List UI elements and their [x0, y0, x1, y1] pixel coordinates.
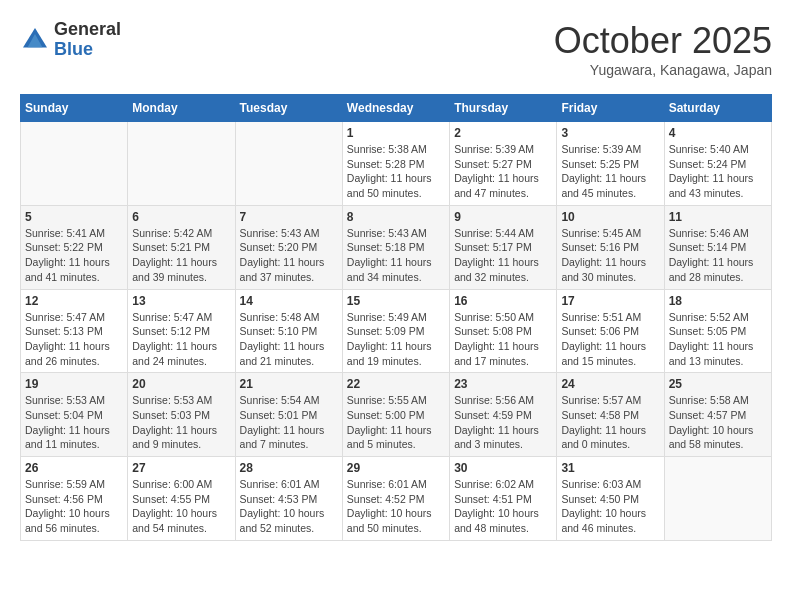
- day-number: 8: [347, 210, 445, 224]
- day-info: Sunrise: 5:45 AM Sunset: 5:16 PM Dayligh…: [561, 226, 659, 285]
- day-info: Sunrise: 5:40 AM Sunset: 5:24 PM Dayligh…: [669, 142, 767, 201]
- calendar-cell: 29Sunrise: 6:01 AM Sunset: 4:52 PM Dayli…: [342, 457, 449, 541]
- calendar-cell: 8Sunrise: 5:43 AM Sunset: 5:18 PM Daylig…: [342, 205, 449, 289]
- subtitle: Yugawara, Kanagawa, Japan: [554, 62, 772, 78]
- header: General Blue October 2025 Yugawara, Kana…: [20, 20, 772, 78]
- calendar: SundayMondayTuesdayWednesdayThursdayFrid…: [20, 94, 772, 541]
- day-info: Sunrise: 5:44 AM Sunset: 5:17 PM Dayligh…: [454, 226, 552, 285]
- calendar-cell: 2Sunrise: 5:39 AM Sunset: 5:27 PM Daylig…: [450, 122, 557, 206]
- day-number: 15: [347, 294, 445, 308]
- day-info: Sunrise: 5:39 AM Sunset: 5:25 PM Dayligh…: [561, 142, 659, 201]
- calendar-week-row: 12Sunrise: 5:47 AM Sunset: 5:13 PM Dayli…: [21, 289, 772, 373]
- calendar-week-row: 26Sunrise: 5:59 AM Sunset: 4:56 PM Dayli…: [21, 457, 772, 541]
- calendar-cell: [128, 122, 235, 206]
- calendar-cell: 12Sunrise: 5:47 AM Sunset: 5:13 PM Dayli…: [21, 289, 128, 373]
- weekday-header: Monday: [128, 95, 235, 122]
- day-number: 27: [132, 461, 230, 475]
- day-number: 12: [25, 294, 123, 308]
- day-number: 20: [132, 377, 230, 391]
- day-number: 22: [347, 377, 445, 391]
- logo: General Blue: [20, 20, 121, 60]
- day-number: 10: [561, 210, 659, 224]
- day-number: 17: [561, 294, 659, 308]
- day-number: 1: [347, 126, 445, 140]
- day-number: 9: [454, 210, 552, 224]
- day-info: Sunrise: 5:43 AM Sunset: 5:18 PM Dayligh…: [347, 226, 445, 285]
- day-number: 11: [669, 210, 767, 224]
- day-info: Sunrise: 5:54 AM Sunset: 5:01 PM Dayligh…: [240, 393, 338, 452]
- day-number: 31: [561, 461, 659, 475]
- day-number: 4: [669, 126, 767, 140]
- calendar-cell: 19Sunrise: 5:53 AM Sunset: 5:04 PM Dayli…: [21, 373, 128, 457]
- day-info: Sunrise: 5:59 AM Sunset: 4:56 PM Dayligh…: [25, 477, 123, 536]
- day-number: 30: [454, 461, 552, 475]
- day-info: Sunrise: 6:01 AM Sunset: 4:53 PM Dayligh…: [240, 477, 338, 536]
- calendar-cell: 11Sunrise: 5:46 AM Sunset: 5:14 PM Dayli…: [664, 205, 771, 289]
- calendar-cell: 26Sunrise: 5:59 AM Sunset: 4:56 PM Dayli…: [21, 457, 128, 541]
- calendar-cell: [664, 457, 771, 541]
- page: General Blue October 2025 Yugawara, Kana…: [0, 0, 792, 561]
- day-info: Sunrise: 6:01 AM Sunset: 4:52 PM Dayligh…: [347, 477, 445, 536]
- calendar-week-row: 1Sunrise: 5:38 AM Sunset: 5:28 PM Daylig…: [21, 122, 772, 206]
- calendar-cell: 9Sunrise: 5:44 AM Sunset: 5:17 PM Daylig…: [450, 205, 557, 289]
- day-info: Sunrise: 5:43 AM Sunset: 5:20 PM Dayligh…: [240, 226, 338, 285]
- weekday-header-row: SundayMondayTuesdayWednesdayThursdayFrid…: [21, 95, 772, 122]
- day-info: Sunrise: 5:50 AM Sunset: 5:08 PM Dayligh…: [454, 310, 552, 369]
- calendar-cell: 23Sunrise: 5:56 AM Sunset: 4:59 PM Dayli…: [450, 373, 557, 457]
- calendar-cell: [21, 122, 128, 206]
- calendar-cell: [235, 122, 342, 206]
- day-info: Sunrise: 5:49 AM Sunset: 5:09 PM Dayligh…: [347, 310, 445, 369]
- calendar-cell: 1Sunrise: 5:38 AM Sunset: 5:28 PM Daylig…: [342, 122, 449, 206]
- day-number: 18: [669, 294, 767, 308]
- logo-text: General Blue: [54, 20, 121, 60]
- calendar-week-row: 5Sunrise: 5:41 AM Sunset: 5:22 PM Daylig…: [21, 205, 772, 289]
- calendar-cell: 10Sunrise: 5:45 AM Sunset: 5:16 PM Dayli…: [557, 205, 664, 289]
- calendar-cell: 21Sunrise: 5:54 AM Sunset: 5:01 PM Dayli…: [235, 373, 342, 457]
- day-info: Sunrise: 5:48 AM Sunset: 5:10 PM Dayligh…: [240, 310, 338, 369]
- weekday-header: Tuesday: [235, 95, 342, 122]
- weekday-header: Friday: [557, 95, 664, 122]
- calendar-cell: 20Sunrise: 5:53 AM Sunset: 5:03 PM Dayli…: [128, 373, 235, 457]
- logo-general: General: [54, 20, 121, 40]
- day-info: Sunrise: 5:46 AM Sunset: 5:14 PM Dayligh…: [669, 226, 767, 285]
- calendar-cell: 6Sunrise: 5:42 AM Sunset: 5:21 PM Daylig…: [128, 205, 235, 289]
- calendar-cell: 22Sunrise: 5:55 AM Sunset: 5:00 PM Dayli…: [342, 373, 449, 457]
- calendar-cell: 17Sunrise: 5:51 AM Sunset: 5:06 PM Dayli…: [557, 289, 664, 373]
- day-info: Sunrise: 6:03 AM Sunset: 4:50 PM Dayligh…: [561, 477, 659, 536]
- day-number: 3: [561, 126, 659, 140]
- calendar-cell: 4Sunrise: 5:40 AM Sunset: 5:24 PM Daylig…: [664, 122, 771, 206]
- day-info: Sunrise: 5:57 AM Sunset: 4:58 PM Dayligh…: [561, 393, 659, 452]
- day-info: Sunrise: 5:38 AM Sunset: 5:28 PM Dayligh…: [347, 142, 445, 201]
- day-info: Sunrise: 5:53 AM Sunset: 5:03 PM Dayligh…: [132, 393, 230, 452]
- calendar-cell: 25Sunrise: 5:58 AM Sunset: 4:57 PM Dayli…: [664, 373, 771, 457]
- weekday-header: Sunday: [21, 95, 128, 122]
- weekday-header: Wednesday: [342, 95, 449, 122]
- weekday-header: Saturday: [664, 95, 771, 122]
- calendar-week-row: 19Sunrise: 5:53 AM Sunset: 5:04 PM Dayli…: [21, 373, 772, 457]
- day-info: Sunrise: 5:52 AM Sunset: 5:05 PM Dayligh…: [669, 310, 767, 369]
- day-number: 24: [561, 377, 659, 391]
- day-info: Sunrise: 5:56 AM Sunset: 4:59 PM Dayligh…: [454, 393, 552, 452]
- day-number: 21: [240, 377, 338, 391]
- calendar-cell: 7Sunrise: 5:43 AM Sunset: 5:20 PM Daylig…: [235, 205, 342, 289]
- weekday-header: Thursday: [450, 95, 557, 122]
- day-info: Sunrise: 5:42 AM Sunset: 5:21 PM Dayligh…: [132, 226, 230, 285]
- day-number: 16: [454, 294, 552, 308]
- month-title: October 2025: [554, 20, 772, 62]
- calendar-cell: 31Sunrise: 6:03 AM Sunset: 4:50 PM Dayli…: [557, 457, 664, 541]
- day-number: 14: [240, 294, 338, 308]
- day-number: 26: [25, 461, 123, 475]
- calendar-cell: 13Sunrise: 5:47 AM Sunset: 5:12 PM Dayli…: [128, 289, 235, 373]
- day-number: 5: [25, 210, 123, 224]
- day-info: Sunrise: 5:47 AM Sunset: 5:13 PM Dayligh…: [25, 310, 123, 369]
- day-info: Sunrise: 5:39 AM Sunset: 5:27 PM Dayligh…: [454, 142, 552, 201]
- day-number: 13: [132, 294, 230, 308]
- calendar-cell: 16Sunrise: 5:50 AM Sunset: 5:08 PM Dayli…: [450, 289, 557, 373]
- title-area: October 2025 Yugawara, Kanagawa, Japan: [554, 20, 772, 78]
- day-info: Sunrise: 6:00 AM Sunset: 4:55 PM Dayligh…: [132, 477, 230, 536]
- day-info: Sunrise: 5:51 AM Sunset: 5:06 PM Dayligh…: [561, 310, 659, 369]
- calendar-cell: 24Sunrise: 5:57 AM Sunset: 4:58 PM Dayli…: [557, 373, 664, 457]
- calendar-cell: 14Sunrise: 5:48 AM Sunset: 5:10 PM Dayli…: [235, 289, 342, 373]
- calendar-cell: 3Sunrise: 5:39 AM Sunset: 5:25 PM Daylig…: [557, 122, 664, 206]
- day-number: 29: [347, 461, 445, 475]
